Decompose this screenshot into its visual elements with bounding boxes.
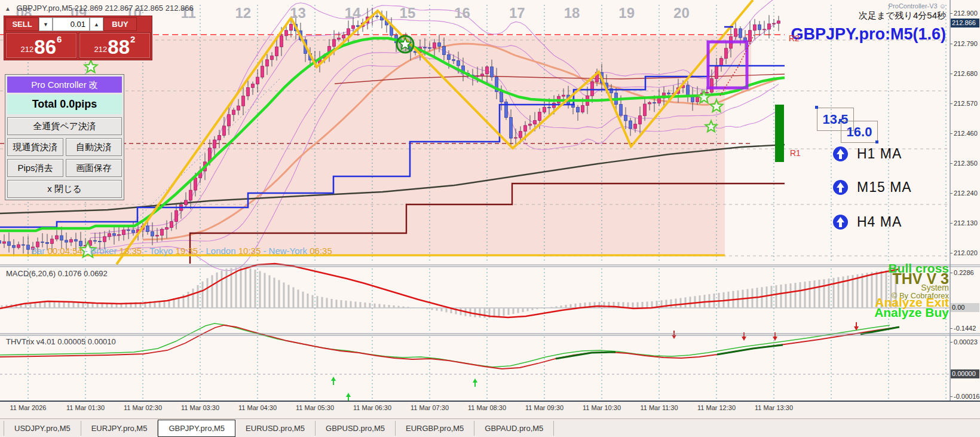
sell-button[interactable]: SELL [5,17,39,31]
chart-tab-eurusd[interactable]: EURUSD.pro,M5 [235,421,316,436]
macd-histogram-bar [809,281,811,308]
candle-body [342,35,345,38]
session-name: New-York [269,246,310,256]
chart-tab-usdjpy[interactable]: USDJPY.pro,M5 [4,421,81,436]
candle-body [218,136,221,140]
sell-price-prefix: 212 [21,45,34,56]
candle-body [758,25,761,30]
hour-label: 17 [509,5,525,22]
quote-open: 212.869 [75,4,103,13]
candle-body [514,137,517,138]
macd-histogram-bar [814,280,816,308]
macd-histogram-bar [795,283,797,308]
macd-histogram-bar [374,304,376,308]
macd-histogram-bar [436,308,438,311]
candle-body [237,106,240,110]
current-price-box: 212.866 [951,19,979,27]
candle-body [161,230,164,236]
quote-low: 212.865 [135,4,163,13]
volume-increase-button[interactable]: ▲ [90,17,103,31]
selection-handle[interactable] [815,106,818,109]
macd-histogram-bar [212,275,213,308]
candle-body [41,242,44,243]
close-current-pair-button[interactable]: 現通貨決済 [7,138,63,156]
volume-decrease-button[interactable]: ▼ [39,17,53,31]
sell-price-pip: 6 [57,33,62,44]
candle-body [438,43,441,47]
macd-histogram-bar [379,304,381,308]
clear-pips-button[interactable]: Pips消去 [7,159,63,177]
selection-handle[interactable] [839,119,842,122]
macd-histogram-bar [685,297,687,308]
macd-histogram-bar [761,287,763,308]
macd-histogram-bar [259,271,261,308]
buy-button[interactable]: BUY [103,17,137,31]
macd-histogram-bar [197,285,199,308]
scale-label: 212.350 [954,160,978,167]
macd-histogram-bar [221,271,223,308]
candle-body [94,240,97,241]
close-all-pairs-button[interactable]: 全通貨ペア決済 [7,117,122,135]
chart-tab-eurgbp[interactable]: EURGBP.pro,M5 [396,421,474,436]
candle-body [122,230,125,235]
chart-tab-gbpjpy[interactable]: GBPJPY.pro,M5 [158,420,235,437]
candle-body [524,126,527,132]
candle-body [189,190,192,200]
candle-body [773,23,776,24]
macd-histogram-bar [690,297,691,308]
macd-histogram-bar [522,308,524,312]
macd-histogram-bar [479,308,481,317]
scale-tick [950,342,953,343]
time-axis-label: 11 Mar 10:30 [583,404,621,411]
macd-histogram-bar [780,285,782,308]
macd-histogram-bar [207,278,209,308]
candle-body [151,232,154,236]
candle-body [22,245,25,245]
next-bar-countdown: 次足まで残り4分54秒 [859,10,946,22]
scale-tick [950,193,953,194]
macd-histogram-bar [365,302,366,308]
macd-histogram-bar [264,273,266,308]
scale-label: 212.460 [954,130,978,137]
candle-body [624,115,627,121]
macd-current-value-box: 0.00 [951,303,979,312]
buy-price-button[interactable]: 212 88 2 [79,32,151,59]
candle-body [653,103,656,103]
pro-controller-title: Pro Controller 改 [7,77,122,93]
macd-histogram-bar [527,308,529,311]
macd-histogram-bar [513,308,514,314]
quote-close: 212.866 [166,4,194,13]
time-axis[interactable]: 11 Mar 202611 Mar 01:3011 Mar 02:3011 Ma… [0,401,980,420]
macd-histogram-bar [255,270,256,308]
collapse-trade-panel-icon[interactable]: ▲ [5,5,11,12]
macd-histogram-bar [517,308,519,313]
scale-label: 212.020 [954,249,978,256]
chart-tab-gbpusd[interactable]: GBPUSD.pro,M5 [316,421,396,436]
candle-body [70,240,73,242]
candle-body [13,246,16,248]
auto-close-button[interactable]: 自動決済 [66,138,122,156]
time-axis-label: 11 Mar 04:30 [238,404,277,411]
macd-histogram-bar [345,301,347,308]
candle-body [0,241,1,244]
close-panel-button[interactable]: x 閉じる [7,180,122,198]
value-box-16-0[interactable]: 16.0 [841,121,878,143]
candle-body [103,237,106,242]
macd-histogram-bar [73,302,75,308]
scale-tick [950,133,953,134]
macd-histogram-bar [680,298,682,308]
candle-body [710,78,713,92]
chart-tab-eurjpy[interactable]: EURJPY.pro,M5 [81,421,158,436]
candle-body [548,108,551,108]
time-axis-label: 11 Mar 05:30 [296,404,334,411]
chart-tab-gbpaud[interactable]: GBPAUD.pro,M5 [474,421,554,436]
candle-body [591,82,594,96]
volume-input[interactable] [53,17,90,31]
trend-up-icon [832,179,849,195]
macd-histogram-bar [804,282,806,308]
macd-histogram-bar [862,274,863,308]
macd-histogram-bar [828,279,830,308]
save-screen-button[interactable]: 画面保存 [66,159,122,177]
sell-price-button[interactable]: 212 86 6 [5,32,77,59]
selection-handle[interactable] [875,140,878,143]
